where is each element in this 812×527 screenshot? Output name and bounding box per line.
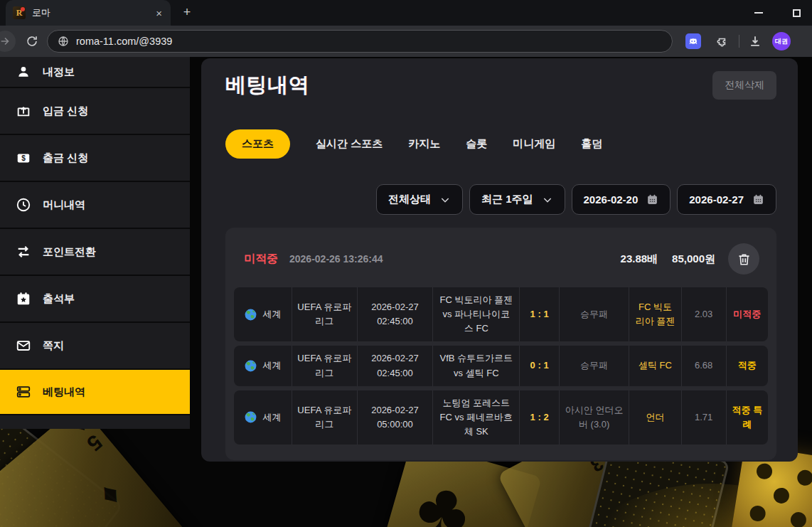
sidebar-item-label: 베팅내역 — [43, 385, 85, 399]
odds-cell: 2.03 — [681, 287, 726, 341]
market-cell: 승무패 — [559, 287, 629, 341]
bet-placed-timestamp: 2026-02-26 13:26:44 — [289, 253, 383, 265]
delete-bet-button[interactable] — [728, 243, 759, 275]
globe-icon — [244, 308, 257, 321]
sidebar-item-label: 출금 신청 — [43, 151, 88, 165]
tab-holdem[interactable]: 홀덤 — [581, 137, 602, 151]
forward-button[interactable] — [0, 31, 16, 52]
forward-arrow-icon — [0, 35, 11, 48]
new-tab-button[interactable]: + — [179, 5, 195, 21]
browser-toolbar: roma-11.com/@3939 대권 — [0, 26, 812, 57]
match-cell: VfB 슈투트가르트 vs 셀틱 FC — [432, 346, 519, 385]
delete-all-button[interactable]: 전체삭제 — [712, 71, 776, 100]
clock-icon — [16, 197, 31, 213]
svg-text:$: $ — [21, 154, 26, 162]
date-from-picker[interactable]: 2026-02-20 — [572, 184, 671, 215]
sidebar-item-label: 내정보 — [43, 65, 75, 79]
extensions-puzzle-icon[interactable] — [715, 35, 729, 48]
chevron-down-icon — [439, 194, 451, 206]
league-cell: UEFA 유로파 리그 — [292, 287, 357, 341]
league-cell: UEFA 유로파 리그 — [292, 346, 357, 385]
match-cell: FC 빅토리아 플젠 vs 파나티나이코스 FC — [432, 287, 519, 341]
region-cell: 세계 — [234, 346, 292, 385]
sidebar-item-money-history[interactable]: 머니내역 — [0, 182, 190, 229]
refresh-icon — [26, 35, 38, 48]
sidebar-item-label: 쪽지 — [43, 339, 64, 353]
discord-extension-icon[interactable] — [685, 33, 701, 49]
browser-tab[interactable]: R 로마 × — [6, 0, 171, 26]
profile-avatar[interactable]: 대권 — [772, 32, 791, 50]
tab-title: 로마 — [32, 6, 148, 19]
sidebar-item-attendance[interactable]: 출석부 — [0, 276, 190, 323]
globe-icon — [244, 410, 257, 424]
bet-rows: 세계 UEFA 유로파 리그 2026-02-27 02:45:00 FC 빅토… — [234, 287, 768, 445]
market-cell: 승무패 — [559, 346, 629, 385]
score-cell: 1 : 2 — [519, 390, 558, 445]
tab-casino[interactable]: 카지노 — [408, 137, 440, 151]
calendar-icon — [752, 193, 764, 206]
pick-cell: 셀틱 FC — [629, 346, 680, 385]
tab-sports[interactable]: 스포츠 — [225, 129, 290, 159]
sidebar-item-withdraw[interactable]: $ 출금 신청 — [0, 135, 190, 182]
sidebar: 내정보 입금 신청 $ 출금 신청 머니내역 포인트전환 — [0, 57, 190, 429]
tab-slots[interactable]: 슬롯 — [466, 137, 487, 151]
window-minimize-button[interactable] — [754, 12, 763, 14]
site-info-globe-icon[interactable] — [58, 36, 69, 47]
score-cell: 1 : 1 — [519, 287, 558, 341]
page-title: 베팅내역 — [225, 71, 309, 100]
sidebar-item-label: 출석부 — [43, 292, 75, 306]
address-bar[interactable]: roma-11.com/@3939 — [47, 30, 673, 53]
region-cell: 세계 — [234, 287, 292, 341]
odds-cell: 1.71 — [681, 390, 726, 445]
chevron-down-icon — [542, 194, 553, 206]
download-button[interactable] — [748, 34, 762, 48]
sidebar-item-label: 입금 신청 — [43, 105, 88, 118]
transfer-arrows-icon — [16, 244, 31, 260]
league-cell: UEFA 유로파 리그 — [292, 390, 357, 445]
result-cell: 적중 특례 — [726, 390, 768, 445]
start-time-cell: 2026-02-27 05:00:00 — [357, 390, 433, 445]
category-tabs: 스포츠 실시간 스포츠 카지노 슬롯 미니게임 홀덤 — [225, 129, 776, 159]
start-time-cell: 2026-02-27 02:45:00 — [357, 346, 433, 385]
region-cell: 세계 — [234, 390, 292, 445]
status-filter-dropdown[interactable]: 전체상태 — [376, 184, 463, 215]
bet-row: 세계 UEFA 유로파 리그 2026-02-27 02:45:00 FC 빅토… — [234, 287, 768, 341]
date-to-picker[interactable]: 2026-02-27 — [677, 184, 776, 215]
toolbar-separator — [739, 35, 739, 48]
pick-cell: 언더 — [629, 390, 680, 445]
close-tab-icon[interactable]: × — [154, 7, 164, 19]
site-favicon-icon: R — [13, 6, 26, 19]
stake-amount: 85,000원 — [672, 252, 715, 266]
sidebar-item-my-info[interactable]: 내정보 — [0, 57, 190, 88]
user-icon — [16, 64, 31, 80]
deposit-icon — [16, 103, 31, 119]
bet-list-icon — [16, 384, 31, 400]
sidebar-item-label: 포인트전환 — [43, 245, 96, 259]
sidebar-item-betting-history[interactable]: 베팅내역 — [0, 370, 190, 415]
result-cell: 미적중 — [726, 287, 768, 341]
pick-cell: FC 빅토리아 플젠 — [629, 287, 680, 341]
envelope-icon — [16, 338, 31, 353]
start-time-cell: 2026-02-27 02:45:00 — [357, 287, 433, 341]
refresh-button[interactable] — [26, 35, 38, 48]
calendar-star-icon — [16, 291, 31, 307]
sidebar-item-point-transfer[interactable]: 포인트전환 — [0, 229, 190, 276]
window-maximize-button[interactable] — [793, 9, 801, 17]
match-cell: 노팅엄 포레스트 FC vs 페네르바흐체 SK — [432, 390, 519, 445]
period-filter-dropdown[interactable]: 최근 1주일 — [469, 184, 565, 215]
odds-cell: 6.68 — [681, 346, 726, 385]
calendar-icon — [646, 193, 658, 206]
bet-slip-card: 미적중 2026-02-26 13:26:44 23.88배 85,000원 세… — [225, 228, 776, 460]
globe-icon — [244, 359, 257, 373]
sidebar-item-deposit[interactable]: 입금 신청 — [0, 88, 190, 135]
market-cell: 아시안 언더오버 (3.0) — [559, 390, 629, 445]
tab-minigame[interactable]: 미니게임 — [513, 137, 555, 151]
sidebar-item-label: 머니내역 — [43, 198, 85, 212]
total-odds-value: 23.88배 — [621, 252, 658, 266]
url-text[interactable]: roma-11.com/@3939 — [76, 36, 172, 47]
trash-icon — [737, 252, 752, 267]
bet-status-badge: 미적중 — [244, 252, 278, 267]
sidebar-item-messages[interactable]: 쪽지 — [0, 323, 190, 370]
browser-tab-bar: R 로마 × + — [0, 0, 812, 26]
tab-live-sports[interactable]: 실시간 스포츠 — [316, 137, 383, 151]
